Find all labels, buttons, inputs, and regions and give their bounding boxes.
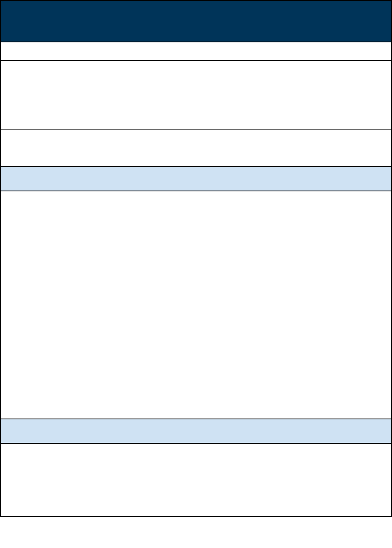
sub-header-1 [1, 166, 391, 191]
header-row [1, 1, 391, 42]
footer-row [1, 443, 391, 516]
document-table [0, 0, 392, 517]
sub-header-2 [1, 419, 391, 443]
row-2 [1, 60, 391, 129]
body-row [1, 191, 391, 419]
row-1 [1, 42, 391, 60]
row-3 [1, 129, 391, 166]
